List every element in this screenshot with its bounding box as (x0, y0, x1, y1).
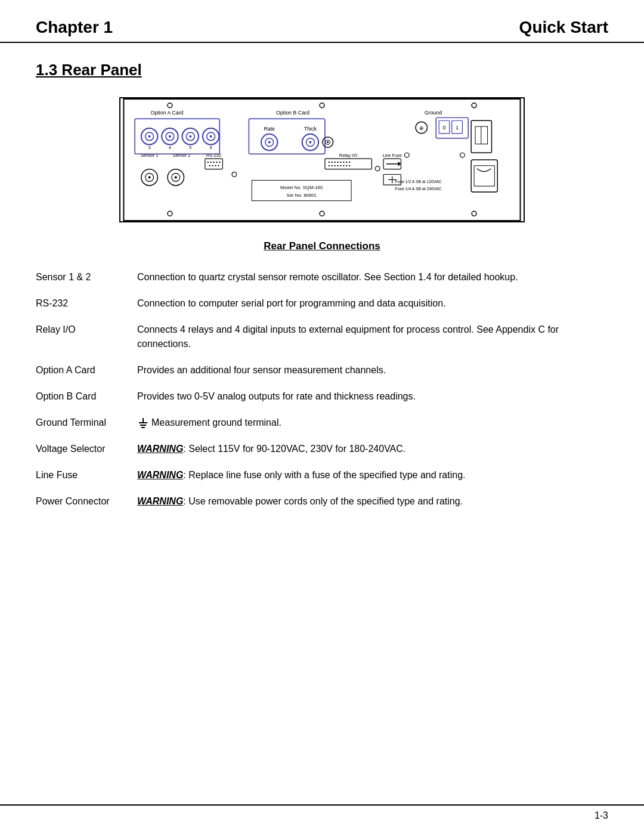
table-row: Option A CardProvides an additional four… (36, 360, 608, 386)
svg-point-22 (210, 135, 212, 138)
svg-point-52 (331, 162, 332, 163)
svg-point-38 (215, 165, 216, 166)
page-container: Chapter 1 Quick Start 1.3 Rear Panel (0, 0, 644, 833)
connection-term: Ground Terminal (36, 412, 137, 438)
svg-text:Thick: Thick (304, 126, 317, 132)
main-content: 1.3 Rear Panel Option A Card (0, 61, 644, 517)
chapter-label: Chapter 1 (36, 18, 113, 37)
connection-desc: WARNING: Use removable power cords only … (137, 491, 608, 517)
connection-term: Power Connector (36, 491, 137, 517)
svg-point-39 (218, 165, 219, 166)
diagram-container: Option A Card Option B Card Ground (36, 97, 608, 222)
svg-point-62 (337, 165, 338, 166)
connection-term: RS-232 (36, 293, 137, 319)
connection-desc: WARNING: Select 115V for 90-120VAC, 230V… (137, 438, 608, 465)
svg-text:4: 4 (169, 145, 171, 150)
connection-desc: Provides an additional four sensor measu… (137, 360, 608, 386)
svg-point-16 (169, 135, 171, 138)
svg-text:Rate: Rate (264, 126, 275, 132)
svg-point-19 (189, 135, 191, 138)
page-header: Chapter 1 Quick Start (0, 0, 644, 43)
svg-rect-0 (123, 99, 520, 221)
table-row: Option B CardProvides two 0-5V analog ou… (36, 386, 608, 412)
connection-term: Voltage Selector (36, 438, 137, 465)
connection-desc: Provides two 0-5V analog outputs for rat… (137, 386, 608, 412)
table-row: RS-232Connection to computer serial port… (36, 293, 608, 319)
connections-heading: Rear Panel Connections (36, 240, 608, 252)
svg-text:Relay I/O: Relay I/O (339, 153, 358, 158)
connection-desc: Measurement ground terminal. (137, 412, 608, 438)
svg-point-54 (337, 162, 338, 163)
svg-point-97 (175, 176, 177, 178)
svg-text:3: 3 (148, 145, 151, 150)
svg-point-65 (346, 165, 347, 166)
svg-point-36 (209, 165, 210, 166)
connection-term: Line Fuse (36, 465, 137, 491)
svg-point-35 (219, 162, 220, 163)
diagram-svg: Option A Card Option B Card Ground (120, 98, 524, 221)
table-row: Relay I/OConnects 4 relays and 4 digital… (36, 319, 608, 360)
svg-point-64 (343, 165, 344, 166)
svg-text:Ground: Ground (425, 110, 442, 116)
quickstart-label: Quick Start (519, 18, 608, 37)
connection-desc: Connection to computer serial port for p… (137, 293, 608, 319)
svg-text:Fuse 1/4 A SB at 240VAC: Fuse 1/4 A SB at 240VAC (395, 187, 442, 191)
svg-point-51 (329, 162, 330, 163)
table-row: Line FuseWARNING: Replace line fuse only… (36, 465, 608, 491)
svg-text:Line Fuse: Line Fuse (383, 153, 402, 158)
svg-point-94 (148, 176, 151, 178)
svg-point-32 (210, 162, 211, 163)
rear-panel-diagram: Option A Card Option B Card Ground (119, 97, 525, 222)
connection-desc: Connection to quartz crystal sensor remo… (137, 267, 608, 293)
svg-text:⊕: ⊕ (419, 125, 424, 131)
connection-term: Option A Card (36, 360, 137, 386)
svg-point-58 (349, 162, 350, 163)
table-row: Ground Terminal Measurement ground termi… (36, 412, 608, 438)
svg-text:Ser No.  80901: Ser No. 80901 (286, 193, 316, 198)
svg-point-53 (334, 162, 335, 163)
svg-text:0: 0 (443, 125, 446, 131)
page-number: 1-3 (595, 810, 608, 821)
svg-point-61 (334, 165, 335, 166)
table-row: Sensor 1 & 2Connection to quartz crystal… (36, 267, 608, 293)
svg-text:6: 6 (210, 145, 212, 150)
page-footer: 1-3 (0, 804, 644, 821)
svg-point-44 (268, 141, 271, 144)
svg-text:RS-232: RS-232 (206, 153, 221, 158)
svg-text:Option A Card: Option A Card (151, 110, 184, 116)
connection-desc: Connects 4 relays and 4 digital inputs t… (137, 319, 608, 360)
svg-point-48 (309, 141, 311, 144)
svg-text:Model No.  SQM-160: Model No. SQM-160 (280, 185, 323, 190)
connections-table: Sensor 1 & 2Connection to quartz crystal… (36, 267, 608, 517)
svg-point-55 (340, 162, 341, 163)
connection-term: Sensor 1 & 2 (36, 267, 137, 293)
svg-point-34 (216, 162, 217, 163)
svg-text:Sensor 1: Sensor 1 (141, 153, 158, 158)
table-row: Voltage SelectorWARNING: Select 115V for… (36, 438, 608, 465)
svg-text:Sensor 2: Sensor 2 (173, 153, 190, 158)
svg-text:1: 1 (456, 125, 459, 131)
connection-desc: WARNING: Replace line fuse only with a f… (137, 465, 608, 491)
svg-point-33 (213, 162, 214, 163)
svg-text:Option B Card: Option B Card (276, 110, 309, 116)
connection-term: Relay I/O (36, 319, 137, 360)
svg-point-63 (340, 165, 341, 166)
table-row: Power ConnectorWARNING: Use removable po… (36, 491, 608, 517)
svg-point-56 (343, 162, 344, 163)
svg-point-31 (208, 162, 209, 163)
svg-point-57 (346, 162, 347, 163)
svg-point-13 (148, 135, 151, 138)
svg-point-69 (327, 141, 329, 143)
svg-point-60 (331, 165, 332, 166)
connection-term: Option B Card (36, 386, 137, 412)
svg-point-37 (212, 165, 213, 166)
section-title: 1.3 Rear Panel (36, 61, 608, 79)
svg-text:Fuse 1/2 A SB at 120VAC: Fuse 1/2 A SB at 120VAC (395, 179, 442, 184)
svg-point-59 (329, 165, 330, 166)
svg-point-66 (349, 165, 350, 166)
svg-text:5: 5 (189, 145, 191, 150)
